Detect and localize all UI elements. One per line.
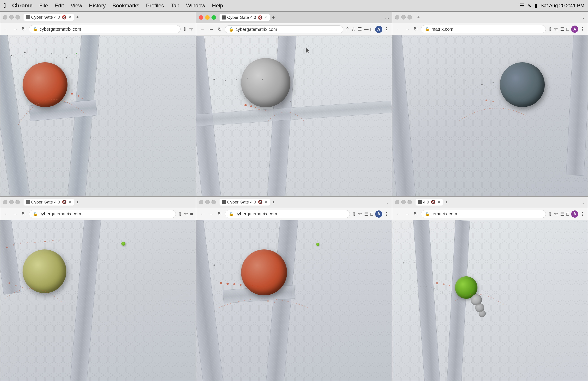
menubar-bookmarks[interactable]: Bookmarks (111, 2, 141, 9)
more-btn-2[interactable]: ⋮ (384, 26, 389, 32)
refresh-btn-1[interactable]: ↻ (21, 25, 27, 33)
menubar-history[interactable]: History (88, 2, 107, 9)
menubar-edit[interactable]: Edit (53, 2, 65, 9)
new-tab-btn-3[interactable]: + (416, 14, 421, 20)
star-btn-1[interactable]: ☆ (189, 26, 193, 32)
tab-5[interactable]: Cyber Gate 4.0 🔇 × (220, 199, 270, 205)
tab-1[interactable]: Cyber Gate 4.0 🔇 × (23, 14, 74, 21)
minimize-btn-5[interactable] (205, 200, 210, 204)
tabs-btn-3[interactable]: □ (567, 26, 569, 32)
minimize-btn-6[interactable] (401, 200, 406, 204)
menubar-file[interactable]: File (38, 2, 49, 9)
star-btn-5[interactable]: ☆ (358, 211, 362, 217)
tab-close-1[interactable]: × (68, 15, 72, 20)
tab-4[interactable]: Cyber Gate 4.0 🔇 × (23, 199, 74, 205)
close-btn-2[interactable] (199, 15, 203, 20)
back-btn-3[interactable]: ← (395, 25, 402, 33)
maximize-btn-2[interactable] (211, 15, 216, 20)
control-center-icon[interactable]: ☰ (520, 3, 524, 8)
maximize-btn-3[interactable] (407, 15, 412, 20)
forward-btn-1[interactable]: → (12, 25, 19, 33)
address-bar-4[interactable]: 🔒 cybergatematrix.com (29, 210, 176, 218)
share-btn-3[interactable]: ⇧ (548, 26, 552, 32)
maximize-btn-1[interactable] (16, 15, 20, 20)
close-btn-4[interactable] (3, 200, 7, 204)
forward-btn-4[interactable]: → (12, 210, 19, 218)
star-btn-2[interactable]: ☆ (351, 26, 356, 32)
minimize-btn-3[interactable] (401, 15, 406, 20)
close-btn-3[interactable] (395, 15, 399, 20)
tab-mute-1[interactable]: 🔇 (62, 15, 67, 20)
refresh-btn-3[interactable]: ↻ (413, 25, 419, 33)
back-btn-5[interactable]: ← (199, 210, 206, 218)
refresh-btn-4[interactable]: ↻ (21, 210, 27, 218)
minimize-btn-4[interactable] (9, 200, 14, 204)
tabs-btn-5[interactable]: □ (371, 211, 373, 217)
tab-close-5[interactable]: × (264, 200, 268, 204)
close-btn-1[interactable] (3, 15, 7, 20)
forward-btn-5[interactable]: → (208, 210, 215, 218)
refresh-btn-5[interactable]: ↻ (217, 210, 223, 218)
close-btn-6[interactable] (395, 200, 399, 204)
menubar-window[interactable]: Window (185, 2, 207, 9)
address-bar-3[interactable]: 🔒 matrix.com (421, 25, 546, 33)
back-btn-4[interactable]: ← (3, 210, 10, 218)
tab-more-2[interactable]: … (385, 15, 389, 20)
refresh-btn-6[interactable]: ↻ (413, 210, 419, 218)
more-btn-6[interactable]: ⋮ (580, 211, 585, 217)
new-tab-btn-6[interactable]: + (443, 199, 449, 205)
more-btn-3[interactable]: ⋮ (580, 26, 585, 32)
forward-btn-3[interactable]: → (404, 25, 411, 33)
avatar-btn-5[interactable]: A (375, 210, 382, 218)
avatar-btn-6[interactable]: A (571, 210, 578, 218)
address-bar-2[interactable]: 🔒 cybergatematrix.com (225, 25, 343, 33)
address-bar-5[interactable]: 🔒 cybergatematrix.com (225, 210, 350, 218)
menubar-help[interactable]: Help (210, 2, 224, 9)
ext2-btn-2[interactable]: ⸻ (364, 26, 369, 32)
tab-expand-6[interactable]: ⌄ (582, 200, 585, 205)
ext-btn-4[interactable]: ■ (190, 211, 193, 217)
minimize-btn-2[interactable] (205, 15, 210, 20)
tab-expand-5[interactable]: ⌄ (386, 200, 389, 205)
more-btn-5[interactable]: ⋮ (384, 211, 389, 217)
avatar-btn-2[interactable]: A (375, 26, 382, 33)
share-btn-2[interactable]: ⇧ (345, 26, 349, 32)
menubar-tab[interactable]: Tab (169, 2, 181, 9)
tab-2[interactable]: Cyber Gate 4.0 🔇 × (220, 14, 270, 21)
tab-6[interactable]: 4.0 🔇 × (416, 199, 443, 205)
ext-btn-2[interactable]: ☰ (357, 26, 362, 32)
share-btn-5[interactable]: ⇧ (352, 211, 356, 217)
forward-btn-6[interactable]: → (404, 210, 411, 218)
ext-btn-3[interactable]: ☰ (560, 26, 565, 32)
tab-mute-6[interactable]: 🔇 (430, 200, 436, 204)
tab-mute-2[interactable]: 🔇 (257, 15, 263, 20)
star-btn-3[interactable]: ☆ (554, 26, 558, 32)
maximize-btn-5[interactable] (211, 200, 216, 204)
star-btn-4[interactable]: ☆ (184, 211, 188, 217)
ext-btn-6[interactable]: ☰ (560, 211, 565, 217)
tab-expand-3[interactable]: ⌄ (582, 15, 585, 20)
new-tab-btn-5[interactable]: + (271, 199, 276, 205)
address-bar-6[interactable]: 🔒 tematrix.com (421, 210, 546, 218)
tab-mute-4[interactable]: 🔇 (62, 200, 67, 204)
refresh-btn-2[interactable]: ↻ (217, 25, 223, 33)
tab-mute-5[interactable]: 🔇 (257, 200, 263, 204)
tabs-btn-6[interactable]: □ (567, 211, 569, 217)
menubar-profiles[interactable]: Profiles (145, 2, 165, 9)
maximize-btn-6[interactable] (407, 200, 412, 204)
new-tab-btn-2[interactable]: + (271, 15, 276, 20)
share-btn-4[interactable]: ⇧ (178, 211, 182, 217)
tab-close-2[interactable]: × (264, 15, 268, 20)
ext-btn-5[interactable]: ☰ (364, 211, 369, 217)
menubar-view[interactable]: View (69, 2, 84, 9)
share-btn-1[interactable]: ⇧ (183, 26, 187, 32)
back-btn-6[interactable]: ← (395, 210, 402, 218)
tab-close-4[interactable]: × (68, 200, 72, 204)
tab-close-6[interactable]: × (437, 200, 441, 204)
share-btn-6[interactable]: ⇧ (548, 211, 552, 217)
new-tab-btn-1[interactable]: + (75, 14, 80, 20)
minimize-btn-1[interactable] (9, 15, 14, 20)
avatar-btn-3[interactable]: A (571, 25, 578, 33)
back-btn-1[interactable]: ← (3, 25, 10, 33)
close-btn-5[interactable] (199, 200, 203, 204)
